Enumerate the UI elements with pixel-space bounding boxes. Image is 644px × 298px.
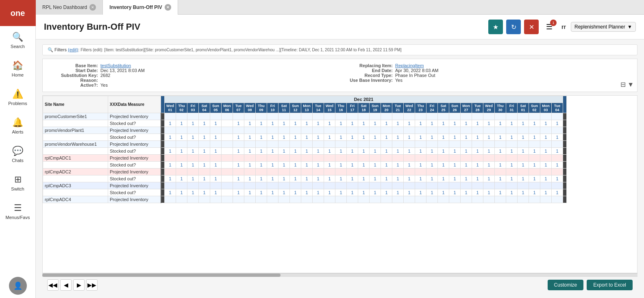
value-cell: 1 bbox=[301, 134, 313, 141]
value-cell bbox=[552, 113, 563, 120]
value-cell bbox=[518, 127, 529, 134]
value-cell: 1 bbox=[529, 175, 540, 182]
value-cell: 1 bbox=[426, 120, 438, 127]
star-button[interactable]: ★ bbox=[488, 20, 503, 34]
value-cell: 1 bbox=[506, 148, 518, 155]
value-cell: 1 bbox=[347, 162, 358, 169]
value-cell bbox=[370, 169, 381, 175]
table-row: Stocked out?1111111111111111111111111111… bbox=[43, 134, 567, 141]
value-cell: 1 bbox=[313, 189, 324, 196]
value-cell: 1 bbox=[165, 120, 176, 127]
value-cell bbox=[392, 169, 404, 175]
replacing-item-value[interactable]: ReplacingItem bbox=[395, 63, 424, 68]
value-cell: 1 bbox=[415, 148, 426, 155]
value-cell bbox=[392, 127, 404, 134]
export-button[interactable]: Export to Excel bbox=[587, 280, 633, 290]
value-cell: 1 bbox=[290, 162, 301, 169]
page-title: Inventory Burn-Off PIV bbox=[44, 22, 488, 32]
tab-dashboard-close[interactable]: ✕ bbox=[89, 4, 96, 11]
value-cell: 1 bbox=[233, 134, 244, 141]
value-cell bbox=[290, 182, 301, 189]
value-cell bbox=[370, 182, 381, 189]
value-cell bbox=[540, 196, 552, 203]
sidebar-item-problems[interactable]: ⚠️ Problems bbox=[0, 83, 36, 112]
value-cell: 1 bbox=[404, 175, 415, 182]
user-avatar[interactable]: 👤 bbox=[9, 277, 27, 295]
value-cell bbox=[552, 155, 563, 162]
value-cell: 1 bbox=[313, 120, 324, 127]
value-cell bbox=[244, 196, 256, 203]
value-cell bbox=[278, 169, 290, 175]
value-cell: 1 bbox=[233, 189, 244, 196]
value-cell: 1 bbox=[438, 175, 449, 182]
value-cell bbox=[176, 141, 187, 148]
value-cell bbox=[518, 196, 529, 203]
value-cell: 1 bbox=[404, 162, 415, 169]
page-prev-button[interactable]: ◀ bbox=[60, 279, 72, 291]
value-cell: 1 bbox=[187, 134, 199, 141]
tab-burnoff-close[interactable]: ✕ bbox=[165, 4, 171, 11]
notification-button[interactable]: ☰ 1 bbox=[542, 20, 557, 34]
value-cell: 1 bbox=[278, 120, 290, 127]
site-name-cell: promoVendorPlant1 bbox=[43, 127, 108, 134]
value-cell: 1 bbox=[244, 120, 256, 127]
value-cell: 1 bbox=[187, 162, 199, 169]
base-item-value[interactable]: testSubstitution bbox=[100, 63, 131, 68]
tabs-bar: RPL Neo Dashboard ✕ Inventory Burn-Off P… bbox=[36, 0, 644, 15]
page-last-button[interactable]: ▶▶ bbox=[86, 279, 98, 291]
data-table-container[interactable]: Site NameXXXData MeasureDec 2021Wed01Thu… bbox=[42, 95, 637, 273]
value-cell bbox=[347, 155, 358, 162]
sidebar-item-home[interactable]: 🏠 Home bbox=[0, 55, 36, 83]
sidebar-label-search: Search bbox=[11, 44, 25, 49]
value-cell bbox=[540, 182, 552, 189]
value-cell: 1 bbox=[404, 189, 415, 196]
value-cell bbox=[222, 162, 233, 169]
value-cell bbox=[278, 113, 290, 120]
collapse-button[interactable]: ⊟ ▼ bbox=[620, 81, 634, 88]
value-cell bbox=[187, 196, 199, 203]
value-cell: 1 bbox=[313, 162, 324, 169]
refresh-button[interactable]: ↻ bbox=[506, 20, 521, 34]
filters-bar: 🔍 Filters (edit): Filters (edit): [Item:… bbox=[42, 44, 637, 55]
value-cell: 1 bbox=[461, 175, 472, 182]
value-cell bbox=[176, 169, 187, 175]
site-name-cell bbox=[43, 162, 108, 169]
close-button[interactable]: ✕ bbox=[524, 20, 539, 34]
value-cell bbox=[324, 182, 335, 189]
value-cell bbox=[301, 127, 313, 134]
value-cell: 1 bbox=[358, 148, 370, 155]
page-next-button[interactable]: ▶ bbox=[73, 279, 85, 291]
page-first-button[interactable]: ◀◀ bbox=[47, 279, 59, 291]
tab-dashboard[interactable]: RPL Neo Dashboard ✕ bbox=[36, 0, 103, 15]
value-cell bbox=[426, 113, 438, 120]
value-cell bbox=[199, 196, 210, 203]
value-cell bbox=[290, 141, 301, 148]
value-cell bbox=[187, 127, 199, 134]
sidebar-item-search[interactable]: 🔍 Search bbox=[0, 26, 36, 55]
value-cell bbox=[335, 141, 347, 148]
tab-burnoff[interactable]: Inventory Burn-Off PIV ✕ bbox=[103, 0, 178, 15]
reason-label: Reason: bbox=[49, 78, 98, 83]
customize-button[interactable]: Customize bbox=[548, 280, 584, 290]
measure-name-cell: Stocked out? bbox=[108, 175, 161, 182]
value-cell: 1 bbox=[199, 189, 210, 196]
sidebar-item-alerts[interactable]: 🔔 Alerts bbox=[0, 112, 36, 140]
search-icon: 🔍 bbox=[12, 32, 23, 42]
table-row: rplCmpADC4Projected Inventory bbox=[43, 196, 567, 203]
sidebar-item-menus[interactable]: ☰ Menus/Favs bbox=[0, 197, 36, 226]
value-cell bbox=[301, 113, 313, 120]
value-cell: 1 bbox=[187, 189, 199, 196]
filters-edit-link[interactable]: (edit) bbox=[68, 47, 78, 52]
value-cell bbox=[256, 196, 267, 203]
value-cell bbox=[267, 155, 278, 162]
value-cell bbox=[472, 182, 483, 189]
user-role-dropdown[interactable]: Replenishment Planner ▼ bbox=[571, 22, 636, 32]
measure-name-cell: Projected Inventory bbox=[108, 113, 161, 120]
use-base-label: Use Base Inventory: bbox=[344, 78, 393, 83]
value-cell: 1 bbox=[290, 175, 301, 182]
sidebar-item-switch[interactable]: ⊞ Switch bbox=[0, 169, 36, 197]
sidebar-item-chats[interactable]: 💬 Chats bbox=[0, 140, 36, 169]
value-cell: 1 bbox=[518, 134, 529, 141]
site-name-cell bbox=[43, 148, 108, 155]
horizontal-scrollbar[interactable] bbox=[42, 273, 637, 276]
